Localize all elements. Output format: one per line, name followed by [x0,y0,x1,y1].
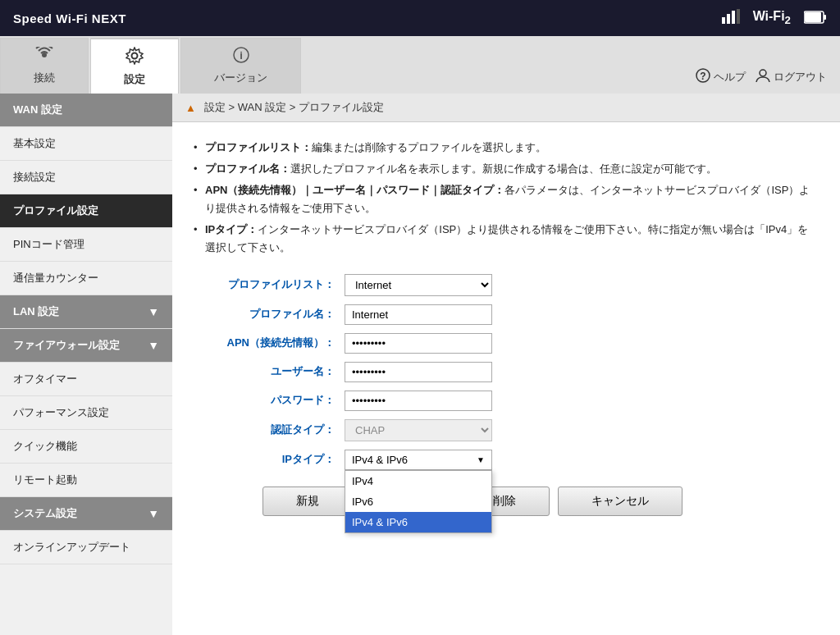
main-content: ▲ 設定 > WAN 設定 > プロファイル設定 プロファイルリスト：編集または… [172,94,840,635]
sidebar-item-wan[interactable]: WAN 設定 [0,94,172,127]
ip-dropdown-display[interactable]: IPv4 & IPv6 ▼ [345,450,492,470]
form-row-password: パスワード： [197,391,815,411]
sidebar-item-lan[interactable]: LAN 設定 ▼ [0,295,172,329]
sidebar-lan-label: LAN 設定 [13,304,59,319]
info-item-2: プロファイル名：選択したプロファイル名を表示します。新規に作成する場合は、任意に… [197,160,815,178]
chevron-down-icon: ▼ [148,305,159,318]
sidebar-update-label: オンラインアップデート [13,540,130,555]
sidebar-traffic-label: 通信量カウンター [13,271,98,286]
ip-control: IPv4 & IPv6 ▼ IPv4 IPv6 IPv4 & IPv6 [345,450,492,470]
svg-rect-5 [805,12,821,22]
form-row-auth: 認証タイプ： CHAP [197,419,815,441]
sidebar: WAN 設定 基本設定 接続設定 プロファイル設定 PINコード管理 通信量カウ… [0,94,172,635]
svg-point-13 [760,70,766,76]
info-section: プロファイルリスト：編集または削除するプロファイルを選択します。 プロファイル名… [197,139,815,258]
ip-option-ipv4ipv6[interactable]: IPv4 & IPv6 [345,512,491,532]
sidebar-performance-label: パフォーマンス設定 [13,405,109,420]
sidebar-item-system[interactable]: システム設定 ▼ [0,497,172,531]
profile-list-label: プロファイルリスト： [197,277,345,292]
sidebar-item-quick[interactable]: クイック機能 [0,430,172,464]
sidebar-item-firewall[interactable]: ファイアウォール設定 ▼ [0,329,172,363]
ip-dropdown-wrapper: IPv4 & IPv6 ▼ IPv4 IPv6 IPv4 & IPv6 [345,450,492,470]
svg-rect-0 [722,17,725,24]
apn-control [345,333,492,354]
content-area: プロファイルリスト：編集または削除するプロファイルを選択します。 プロファイル名… [172,122,840,532]
layout: WAN 設定 基本設定 接続設定 プロファイル設定 PINコード管理 通信量カウ… [0,94,840,635]
form-row-profile-name: プロファイル名： [197,304,815,325]
tab-version[interactable]: i バージョン [180,38,301,94]
sidebar-item-connect[interactable]: 接続設定 [0,161,172,194]
breadcrumb: ▲ 設定 > WAN 設定 > プロファイル設定 [172,94,840,122]
username-label: ユーザー名： [197,364,345,379]
sidebar-firewall-label: ファイアウォール設定 [13,338,120,353]
svg-point-8 [132,53,138,58]
profile-name-input[interactable] [345,304,492,325]
auth-select[interactable]: CHAP [345,419,492,441]
svg-rect-1 [727,14,730,24]
auth-control: CHAP [345,419,492,441]
ip-selected-value: IPv4 & IPv6 [352,454,408,466]
profile-list-select[interactable]: Internet [345,274,492,296]
header-status: Wi-Fi2 [722,9,827,28]
sidebar-item-timer[interactable]: オフタイマー [0,363,172,396]
info-item-1: プロファイルリスト：編集または削除するプロファイルを選択します。 [197,139,815,157]
ip-chevron-icon: ▼ [477,455,485,464]
sidebar-wan-label: WAN 設定 [13,103,62,117]
signal-icon [722,9,740,28]
password-input[interactable] [345,391,492,411]
new-button[interactable]: 新規 [262,487,353,516]
ip-option-ipv6[interactable]: IPv6 [345,491,491,512]
auth-label: 認証タイプ： [197,423,345,437]
profile-list-control: Internet [345,274,492,296]
nav-row: 接続 設定 i バージョン [0,36,840,94]
sidebar-pin-label: PINコード管理 [13,237,84,252]
sidebar-item-performance[interactable]: パフォーマンス設定 [0,396,172,430]
help-icon: ? [696,68,710,85]
sidebar-item-traffic[interactable]: 通信量カウンター [0,262,172,295]
help-button[interactable]: ? ヘルプ [696,68,746,85]
wifi-label: Wi-Fi2 [753,9,791,26]
sidebar-item-remote[interactable]: リモート起動 [0,464,172,497]
nav-area: 接続 設定 i バージョン [0,36,840,94]
svg-point-7 [42,53,47,57]
svg-rect-2 [732,11,735,24]
tab-settings[interactable]: 設定 [90,38,179,94]
tab-connect[interactable]: 接続 [0,38,89,94]
ip-label: IPタイプ： [197,452,345,467]
sidebar-item-update[interactable]: オンラインアップデート [0,531,172,564]
info-icon: i [233,47,249,67]
form-row-apn: APN（接続先情報）： [197,333,815,354]
sidebar-timer-label: オフタイマー [13,372,77,386]
tab-connect-label: 接続 [34,71,55,85]
svg-text:?: ? [700,71,705,82]
username-input[interactable] [345,362,492,382]
sidebar-connect-label: 接続設定 [13,170,56,185]
username-control [345,362,492,382]
sidebar-basic-label: 基本設定 [13,136,56,151]
chevron-down-icon: ▼ [148,507,159,520]
connect-icon [34,47,54,67]
sidebar-item-basic[interactable]: 基本設定 [0,127,172,161]
password-label: パスワード： [197,393,345,408]
profile-name-label: プロファイル名： [197,307,345,322]
svg-rect-6 [824,15,826,20]
logout-button[interactable]: ログアウト [756,68,827,85]
breadcrumb-path: 設定 > WAN 設定 > プロファイル設定 [204,100,384,115]
sidebar-item-profile[interactable]: プロファイル設定 [0,194,172,228]
sidebar-item-pin[interactable]: PINコード管理 [0,228,172,262]
user-icon [756,68,770,85]
header: Speed Wi-Fi NEXT Wi-Fi2 [0,0,840,36]
logout-label: ログアウト [774,70,827,85]
tab-settings-label: 設定 [124,72,145,87]
info-item-3: APN（接続先情報）｜ユーザー名｜パスワード｜認証タイプ：各パラメータは、インタ… [197,181,815,217]
warning-icon: ▲ [185,102,196,114]
sidebar-system-label: システム設定 [13,506,77,521]
sidebar-remote-label: リモート起動 [13,473,77,487]
apn-input[interactable] [345,333,492,354]
ip-option-ipv4[interactable]: IPv4 [345,471,491,491]
ip-dropdown-list: IPv4 IPv6 IPv4 & IPv6 [345,470,492,533]
password-control [345,391,492,411]
cancel-button[interactable]: キャンセル [558,487,682,516]
apn-label: APN（接続先情報）： [197,336,345,350]
tab-version-label: バージョン [214,71,267,85]
